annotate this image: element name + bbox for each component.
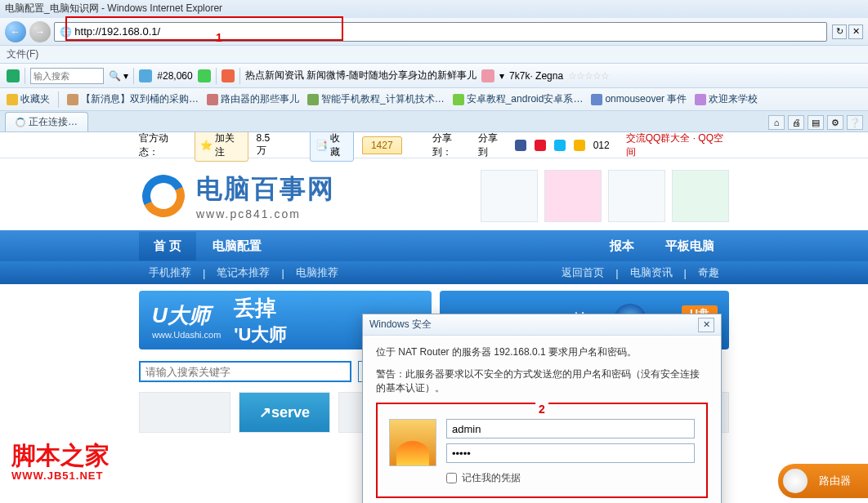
annotation-number-2: 2 bbox=[535, 403, 548, 416]
toolbar-logo-icon bbox=[7, 69, 20, 82]
dialog-message-2: 警告：此服务器要求以不安全的方式发送您的用户名和密码（没有安全连接的基本认证）。 bbox=[376, 367, 708, 395]
banner-brand: U大师 bbox=[152, 301, 221, 330]
subnav-item[interactable]: 返回首页 bbox=[552, 265, 614, 280]
nav-tablet[interactable]: 平板电脑 bbox=[651, 232, 729, 260]
ad-tile[interactable] bbox=[481, 170, 538, 222]
site-header: 电脑百事网 www.pc841.com bbox=[0, 158, 868, 230]
separator bbox=[58, 91, 59, 108]
toolbar-link[interactable]: 7k7k· Zegna bbox=[509, 70, 563, 82]
refresh-button[interactable]: ↻ bbox=[832, 24, 847, 39]
subnav-item[interactable]: 奇趣 bbox=[688, 265, 729, 280]
share-icon[interactable] bbox=[535, 140, 546, 151]
share-to-label: 分享到 bbox=[478, 132, 507, 159]
tab-tools: ⌂ 🖨 ▤ ⚙ ❔ bbox=[768, 115, 863, 131]
logo-subtitle: www.pc841.com bbox=[196, 207, 335, 220]
follow-button[interactable]: ⭐加关注 bbox=[195, 132, 248, 162]
remember-checkbox[interactable] bbox=[446, 473, 457, 483]
footer-tile[interactable] bbox=[139, 392, 230, 433]
star-icon bbox=[7, 94, 18, 105]
url-input[interactable] bbox=[74, 25, 821, 38]
toolbar-stat: #28,060 bbox=[157, 70, 192, 82]
ad-tile[interactable] bbox=[608, 170, 665, 222]
forward-button[interactable]: → bbox=[29, 21, 51, 42]
subnav-item[interactable]: 手机推荐 bbox=[139, 265, 201, 280]
page-icon bbox=[207, 94, 218, 105]
annotation-number-1: 1 bbox=[216, 31, 222, 44]
bookmark-item[interactable]: onmouseover 事件 bbox=[591, 92, 687, 106]
label: 官方动态： bbox=[139, 132, 186, 159]
tab-strip: 正在连接… ⌂ 🖨 ▤ ⚙ ❔ bbox=[0, 111, 868, 132]
tools-icon[interactable]: ⚙ bbox=[827, 115, 843, 130]
ad-tile[interactable] bbox=[672, 170, 729, 222]
credentials-block: 2 记住我的凭据 bbox=[376, 403, 708, 498]
home-icon[interactable]: ⌂ bbox=[768, 115, 785, 130]
subnav-item[interactable]: 电脑资讯 bbox=[620, 265, 682, 280]
nav-home[interactable]: 首 页 bbox=[139, 232, 196, 260]
footer-serve-tile[interactable]: ↗serve bbox=[239, 392, 330, 433]
nav-pc-config[interactable]: 电脑配置 bbox=[198, 232, 276, 260]
share-icon[interactable] bbox=[515, 140, 526, 151]
subnav-item[interactable]: 电脑推荐 bbox=[286, 265, 348, 280]
page-icon bbox=[453, 94, 464, 105]
share-label: 分享到： bbox=[432, 132, 470, 159]
username-input[interactable] bbox=[446, 419, 695, 438]
page-icon[interactable]: ▤ bbox=[808, 115, 824, 130]
toolbar-icon[interactable] bbox=[481, 69, 494, 82]
dialog-titlebar[interactable]: Windows 安全 ✕ bbox=[363, 314, 721, 336]
page-icon bbox=[591, 94, 602, 105]
ad-tile[interactable] bbox=[544, 170, 602, 222]
flame-icon[interactable] bbox=[221, 69, 235, 82]
dialog-close-button[interactable]: ✕ bbox=[698, 318, 714, 332]
bookmark-item[interactable]: 【新消息】双到桶的采购… bbox=[67, 92, 199, 106]
loading-spinner-icon bbox=[16, 118, 25, 127]
banner-slogan-big: 丢掉 bbox=[234, 294, 287, 323]
remember-checkbox-label[interactable]: 记住我的凭据 bbox=[446, 471, 695, 485]
separator bbox=[216, 68, 217, 84]
bookmark-item[interactable]: 欢迎来学校 bbox=[695, 92, 758, 106]
remember-text: 记住我的凭据 bbox=[462, 471, 521, 485]
bookmark-item[interactable]: 路由器的那些事儿 bbox=[207, 92, 299, 106]
page-icon bbox=[307, 94, 319, 105]
toolbar-search-input[interactable] bbox=[30, 68, 104, 84]
toolbar-icon[interactable] bbox=[139, 69, 152, 82]
bookmarks-bar: 收藏夹 【新消息】双到桶的采购… 路由器的那些事儿 智能手机教程_计算机技术… … bbox=[0, 88, 868, 111]
count-tab[interactable]: 1427 bbox=[362, 136, 402, 154]
menu-file[interactable]: 文件(F) bbox=[7, 48, 38, 60]
main-nav: 首 页 电脑配置 报本 平板电脑 bbox=[0, 230, 868, 261]
nav-item[interactable]: 报本 bbox=[595, 232, 649, 260]
promo-link[interactable]: 交流QQ群大全 · QQ空间 bbox=[626, 132, 729, 159]
help-icon[interactable]: ❔ bbox=[847, 115, 863, 130]
share-icon[interactable] bbox=[554, 140, 566, 151]
favorites-button[interactable]: 收藏夹 bbox=[7, 92, 50, 106]
browser-tab[interactable]: 正在连接… bbox=[5, 112, 88, 131]
banner-url: www.Udashi.com bbox=[152, 330, 221, 340]
bookmark-item[interactable]: 智能手机教程_计算机技术… bbox=[307, 92, 445, 106]
site-logo[interactable]: 电脑百事网 www.pc841.com bbox=[139, 171, 335, 220]
user-avatar-icon bbox=[389, 419, 436, 466]
site-search-input[interactable] bbox=[139, 361, 351, 382]
bookmark-item[interactable]: 安卓教程_android安卓系… bbox=[453, 92, 584, 106]
subnav-item[interactable]: 笔记本推荐 bbox=[207, 265, 280, 280]
separator bbox=[133, 68, 134, 84]
separator bbox=[25, 68, 25, 84]
password-input[interactable] bbox=[446, 443, 695, 463]
dialog-title: Windows 安全 bbox=[369, 318, 432, 332]
corner-badge-text: 路由器 bbox=[819, 474, 851, 488]
share-icon[interactable] bbox=[574, 140, 585, 151]
toolbar-icon[interactable] bbox=[198, 69, 211, 82]
browser-nav-row: ← → 🌐 ↻ ✕ bbox=[0, 18, 868, 46]
menu-bar: 文件(F) bbox=[0, 46, 868, 64]
corner-badge[interactable]: 路由器 bbox=[778, 464, 868, 498]
print-icon[interactable]: 🖨 bbox=[788, 115, 804, 130]
toolbar-search-go[interactable]: 🔍 ▾ bbox=[109, 70, 128, 82]
auth-dialog: Windows 安全 ✕ 位于 NAT Router 的服务器 192.168.… bbox=[362, 314, 722, 503]
address-bar[interactable]: 🌐 bbox=[54, 22, 827, 42]
back-button[interactable]: ← bbox=[5, 21, 26, 42]
collect-button[interactable]: 📑收藏 bbox=[310, 132, 354, 162]
share-count: 012 bbox=[593, 140, 610, 151]
toolbar-news[interactable]: 热点新闻资讯 新闻微博-随时随地分享身边的新鲜事儿 bbox=[245, 69, 477, 82]
logo-title: 电脑百事网 bbox=[196, 171, 335, 207]
dialog-body: 位于 NAT Router 的服务器 192.168.0.1 要求用户名和密码。… bbox=[363, 336, 721, 503]
rating-stars: ☆☆☆☆☆ bbox=[568, 70, 609, 82]
stop-button[interactable]: ✕ bbox=[848, 24, 863, 39]
